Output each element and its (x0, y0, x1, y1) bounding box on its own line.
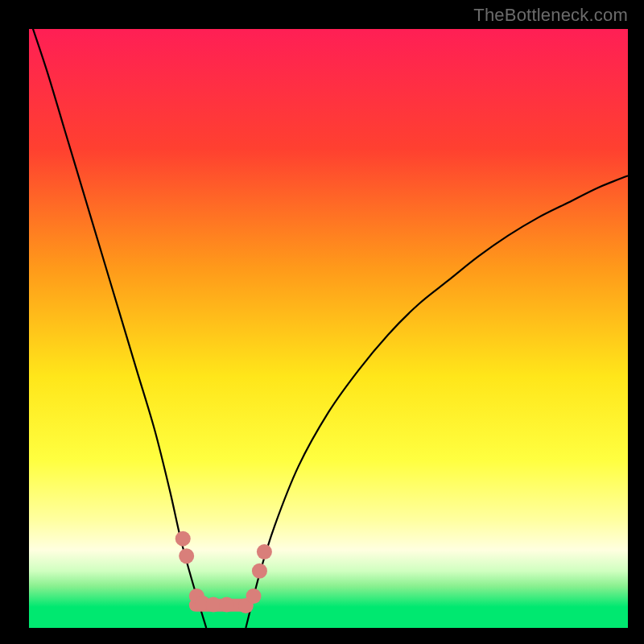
marker-dot (252, 564, 267, 579)
marker-dot (246, 588, 262, 604)
plot-background (29, 29, 628, 628)
marker-dot (219, 597, 234, 612)
marker-dot (206, 597, 221, 612)
marker-dot (175, 531, 191, 547)
marker-dot (257, 544, 272, 559)
chart-frame: TheBottleneck.com (0, 0, 644, 644)
marker-dot (179, 548, 194, 564)
bottleneck-chart (0, 0, 644, 644)
